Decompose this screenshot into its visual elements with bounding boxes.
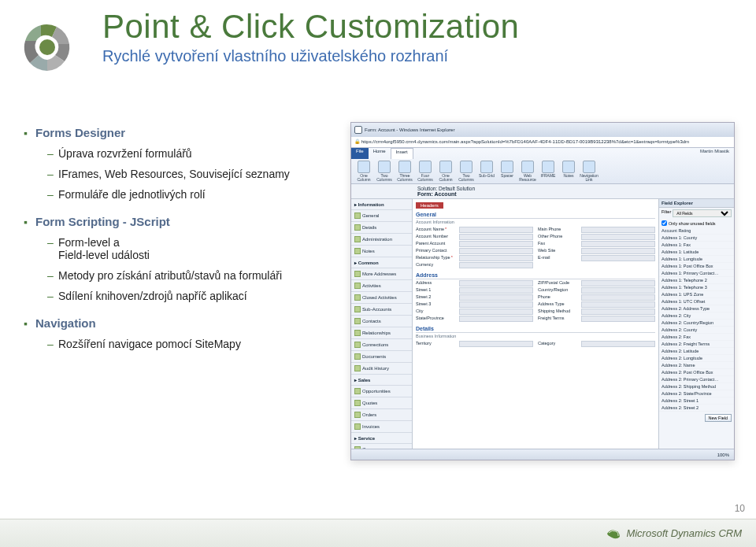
form-field[interactable]: Other Phone: [538, 234, 655, 240]
ribbon-item[interactable]: Two Columns: [457, 161, 476, 182]
nav-item[interactable]: Quotes: [351, 397, 412, 409]
form-field[interactable]: Address Type: [538, 301, 655, 308]
bullet-level1: Form Scripting - JScript: [24, 215, 170, 228]
explorer-field[interactable]: Address 1: Fax: [659, 242, 734, 249]
explorer-field[interactable]: Address 2: Address Type: [659, 305, 734, 312]
form-field[interactable]: Street 1: [416, 287, 533, 294]
form-field[interactable]: Street 2: [416, 294, 533, 301]
ribbon-item[interactable]: Spacer: [498, 161, 517, 182]
ribbon-item[interactable]: Four Columns: [416, 161, 435, 182]
nav-item[interactable]: Opportunities: [351, 386, 412, 397]
nav-item[interactable]: Documents: [351, 351, 412, 363]
form-field[interactable]: Parent Account: [416, 241, 533, 247]
nav-group-header[interactable]: ▸ Sales: [351, 375, 412, 386]
explorer-field[interactable]: Address 2: Street 2: [659, 405, 734, 412]
explorer-field[interactable]: Account Rating: [659, 227, 734, 235]
form-field[interactable]: E-mail: [538, 255, 655, 261]
form-field[interactable]: Main Phone: [538, 227, 655, 233]
explorer-field[interactable]: Address 2: Country/Region: [659, 320, 734, 327]
nav-item[interactable]: More Addresses: [351, 268, 412, 280]
explorer-field[interactable]: Address 1: Latitude: [659, 249, 734, 256]
ribbon-tab-home[interactable]: Home: [369, 148, 391, 159]
new-field-button[interactable]: New Field: [705, 414, 732, 422]
form-field[interactable]: Freight Terms: [538, 316, 655, 322]
nav-item[interactable]: Invoices: [351, 421, 412, 433]
form-field[interactable]: Fax: [538, 241, 655, 247]
ribbon-item[interactable]: Sub-Grid: [477, 161, 496, 182]
form-field[interactable]: Account Number: [416, 234, 533, 240]
explorer-field[interactable]: Address 1: UTC Offset: [659, 298, 734, 305]
nav-group-header[interactable]: ▸ Service: [351, 433, 412, 444]
explorer-field[interactable]: Address 2: County: [659, 327, 734, 334]
field-explorer[interactable]: Field Explorer Filter All Fields Only sh…: [658, 199, 734, 460]
nav-item[interactable]: Activities: [351, 280, 412, 292]
ribbon-tab-file[interactable]: File: [351, 148, 369, 159]
ribbon-item[interactable]: Three Columns: [395, 161, 414, 182]
form-field[interactable]: Primary Contact: [416, 248, 533, 254]
nav-item[interactable]: Contacts: [351, 316, 412, 327]
nav-item[interactable]: Closed Activities: [351, 292, 412, 304]
explorer-field[interactable]: Address 2: Post Office Box: [659, 369, 734, 376]
ribbon-item[interactable]: Notes: [559, 161, 578, 182]
nav-item[interactable]: Administration: [351, 234, 412, 246]
nav-group-header[interactable]: ▸ Common: [351, 257, 412, 268]
nav-item[interactable]: Orders: [351, 409, 412, 421]
form-field[interactable]: Relationship Type: [416, 255, 533, 261]
form-field[interactable]: Country/Region: [538, 287, 655, 294]
form-field[interactable]: Web Site: [538, 248, 655, 254]
ribbon-item[interactable]: One Column: [354, 161, 373, 182]
explorer-field[interactable]: Address 1: Primary Contact…: [659, 270, 734, 277]
bullet-list: Forms DesignerÚprava rozvržení formulářů…: [24, 126, 339, 364]
nav-item[interactable]: Details: [351, 222, 412, 234]
form-field[interactable]: City: [416, 309, 533, 315]
explorer-field[interactable]: Address 1: Telephone 3: [659, 284, 734, 291]
explorer-field[interactable]: Address 2: Name: [659, 362, 734, 369]
ribbon-tab-insert[interactable]: Insert: [391, 148, 413, 159]
filter-select[interactable]: All Fields: [673, 209, 732, 217]
ribbon-item[interactable]: Web Resource: [518, 161, 537, 182]
explorer-field[interactable]: Address 1: UPS Zone: [659, 291, 734, 298]
explorer-field[interactable]: Address 2: Street 1: [659, 397, 734, 405]
explorer-field[interactable]: Address 1: Longitude: [659, 256, 734, 263]
explorer-field[interactable]: Address 2: Fax: [659, 334, 734, 341]
nav-item[interactable]: Notes: [351, 246, 412, 257]
nav-item[interactable]: Connections: [351, 339, 412, 351]
explorer-field[interactable]: Address 1: County: [659, 235, 734, 242]
ribbon-item[interactable]: Two Columns: [375, 161, 394, 182]
nav-item[interactable]: Relationships: [351, 327, 412, 339]
left-nav[interactable]: ▸ InformationGeneralDetailsAdministratio…: [351, 199, 413, 460]
explorer-field[interactable]: Address 1: Telephone 2: [659, 277, 734, 284]
form-canvas[interactable]: Headers General Account Information Acco…: [413, 199, 658, 460]
form-field[interactable]: State/Province: [416, 316, 533, 322]
explorer-field[interactable]: Address 2: Freight Terms: [659, 341, 734, 348]
explorer-field[interactable]: Address 2: Shipping Method: [659, 383, 734, 390]
address-bar[interactable]: 🔒 https://crm4orgf5950.crm4.dynamics.com…: [351, 137, 734, 148]
window-title: Form: Account - Windows Internet Explore…: [365, 128, 454, 132]
form-field[interactable]: Account Name: [416, 227, 533, 233]
form-field[interactable]: ZIP/Postal Code: [538, 280, 655, 286]
slide-footer: Microsoft Dynamics CRM: [0, 519, 756, 547]
nav-item[interactable]: Sub-Accounts: [351, 304, 412, 316]
form-field[interactable]: Address: [416, 280, 533, 286]
nav-group-header[interactable]: ▸ Information: [351, 199, 412, 210]
explorer-field[interactable]: Address 2: Longitude: [659, 355, 734, 362]
headers-tab[interactable]: Headers: [416, 202, 443, 209]
unused-checkbox[interactable]: [662, 220, 667, 226]
status-bar: 100%: [351, 449, 734, 460]
form-field[interactable]: Currency: [416, 262, 533, 268]
form-field[interactable]: Phone: [538, 294, 655, 301]
slide-logo-icon: [16, 16, 79, 79]
explorer-field[interactable]: Address 1: Post Office Box: [659, 263, 734, 270]
form-field[interactable]: Shipping Method: [538, 309, 655, 315]
ribbon-item[interactable]: One Column: [436, 161, 455, 182]
ribbon-item[interactable]: Navigation Link: [580, 161, 598, 182]
explorer-field[interactable]: Address 2: State/Province: [659, 390, 734, 397]
slide-title: Point & Click Customization: [102, 8, 519, 46]
nav-item[interactable]: General: [351, 210, 412, 222]
form-field[interactable]: Street 3: [416, 301, 533, 308]
explorer-field[interactable]: Address 2: Primary Contact…: [659, 376, 734, 383]
explorer-field[interactable]: Address 2: City: [659, 312, 734, 320]
ribbon-item[interactable]: IFRAME: [539, 161, 558, 182]
explorer-field[interactable]: Address 2: Latitude: [659, 348, 734, 355]
nav-item[interactable]: Audit History: [351, 363, 412, 375]
